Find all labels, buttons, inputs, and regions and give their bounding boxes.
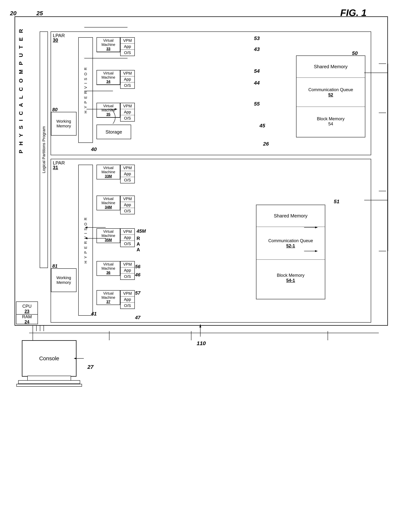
- vm34-vpm-group: VPM App O/S: [120, 70, 135, 89]
- ref-43: 43: [254, 46, 260, 52]
- ref-47: 47: [135, 315, 140, 320]
- vm35m-label-box: VirtualMachine35M: [97, 228, 120, 243]
- working-memory-81-box: 81 Working Memory: [51, 268, 77, 292]
- ref-25: 25: [36, 10, 43, 17]
- lpar31-num: 31: [53, 165, 58, 170]
- vm35-app: App: [121, 109, 134, 115]
- ref-80: 80: [52, 107, 58, 113]
- vm35-os: O/S: [121, 115, 134, 121]
- ref-56: 56: [135, 264, 140, 269]
- console-label: Console: [39, 355, 59, 361]
- ref-45m: 45M: [136, 228, 146, 234]
- vm33m-vpm-group: VPM App O/S: [120, 165, 135, 184]
- block-mem-51: Block Memory 54-1: [256, 260, 325, 296]
- working-memory-80-box: 80 Working Memory: [51, 112, 77, 136]
- vm34-label-box: VirtualMachine34: [97, 70, 120, 85]
- storage-box: Storage: [97, 125, 131, 139]
- console-base: [18, 380, 80, 384]
- cpu-box: CPU 23: [16, 302, 38, 316]
- vm36-vpm-group: VPM App O/S: [120, 261, 135, 280]
- ref-27: 27: [87, 364, 93, 370]
- comm-queue-50: Communication Queue 52: [296, 78, 365, 107]
- ref-54: 54: [254, 68, 260, 74]
- working-memory-80-label: Working Memory: [51, 119, 76, 128]
- raa-label: RAA: [136, 236, 140, 253]
- physical-computer-label: P H Y S I C A L C O M P U T E R: [18, 26, 24, 153]
- vm35m-vpm-group: VPM App O/S: [120, 228, 135, 247]
- ref-20: 20: [10, 10, 17, 17]
- hypervisor41-box: H Y P E R V I S O R: [78, 165, 93, 316]
- diagram: FIG. 1 20 25 P H Y S I C A L C O M P U T…: [0, 0, 403, 532]
- shared-mem-51-region: 51 Shared Memory Communication Queue 52-…: [256, 205, 325, 299]
- working-memory-81-label: Working Memory: [51, 275, 76, 285]
- cpu-num: 23: [25, 309, 30, 314]
- vm33-app: App: [121, 44, 134, 50]
- shared-mem-51-label: Shared Memory: [256, 205, 325, 227]
- hypervisor41-label: H Y P E R V I S O R: [84, 217, 88, 263]
- cpu-label: CPU: [22, 304, 32, 309]
- ref-110: 110: [197, 340, 206, 346]
- lpar30-num: 30: [53, 37, 58, 43]
- physical-computer-box: P H Y S I C A L C O M P U T E R Logical …: [15, 16, 388, 326]
- ref-44: 44: [254, 80, 260, 86]
- block-mem-50: Block Memory 54: [296, 107, 365, 136]
- vm34-os: O/S: [121, 82, 134, 89]
- vm34m-vpm-group: VPM App O/S: [120, 196, 135, 214]
- ref-55: 55: [254, 101, 260, 107]
- console-keyboard: [16, 384, 82, 387]
- storage-label: Storage: [105, 129, 122, 135]
- ref-50: 50: [352, 51, 358, 56]
- ram-box: RAM 24: [16, 314, 38, 324]
- ref-26: 26: [263, 141, 269, 147]
- ref-81: 81: [52, 263, 58, 269]
- vm35-label-box: VirtualMachine35: [97, 103, 120, 118]
- logical-partitions-box: Logical Partitions Program: [40, 32, 48, 268]
- vm37-vpm-group: VPM App O/S: [120, 290, 135, 309]
- ref-45: 45: [260, 123, 265, 129]
- vm35-vpm: VPM: [121, 103, 134, 109]
- vm33-label-box: VirtualMachine33: [97, 37, 120, 52]
- hypervisor40-label: H Y P E R V I S O R: [84, 67, 88, 113]
- ref-51: 51: [334, 199, 339, 204]
- shared-mem-50-label: Shared Memory: [296, 56, 365, 78]
- vm37-label-box: VirtualMachine37: [97, 290, 120, 305]
- vm35-vpm-group: VPM App O/S: [120, 103, 135, 121]
- ram-label: RAM: [22, 314, 32, 319]
- ref-57: 57: [135, 290, 140, 296]
- vm33m-label-box: VirtualMachine33M: [97, 165, 120, 179]
- ram-num: 24: [25, 319, 30, 324]
- hypervisor40-box: H Y P E R V I S O R: [78, 37, 93, 143]
- lpar30-box: LPAR 30 H Y P E R V I S O R 40 VirtualMa…: [51, 32, 371, 155]
- lpar31-box: LPAR 31 H Y P E R V I S O R 41 VirtualMa…: [51, 159, 371, 323]
- vm34-app: App: [121, 76, 134, 82]
- vm33-os: O/S: [121, 50, 134, 56]
- vm36-label-box: VirtualMachine36: [97, 261, 120, 276]
- ref-40: 40: [91, 146, 97, 152]
- vm34m-label-box: VirtualMachine34M: [97, 196, 120, 210]
- vm34-vpm: VPM: [121, 70, 134, 76]
- vm33-vpm-group: VPM App O/S: [120, 37, 135, 56]
- logical-partitions-label: Logical Partitions Program: [41, 126, 46, 173]
- vm33-vpm: VPM: [121, 38, 134, 44]
- ref-41: 41: [91, 311, 97, 317]
- ref-53: 53: [254, 36, 260, 41]
- shared-mem-50-region: 50 Shared Memory Communication Queue 52 …: [296, 56, 365, 137]
- ref-46: 46: [135, 272, 140, 278]
- comm-queue-51: Communication Queue 52-1: [256, 227, 325, 260]
- console-box: Console: [22, 340, 77, 377]
